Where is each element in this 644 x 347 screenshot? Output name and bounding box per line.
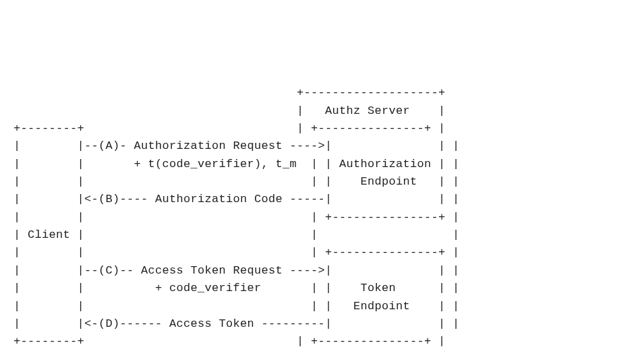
pkce-flow-diagram: +-------------------+ | Authz Server | +… [13, 84, 631, 347]
